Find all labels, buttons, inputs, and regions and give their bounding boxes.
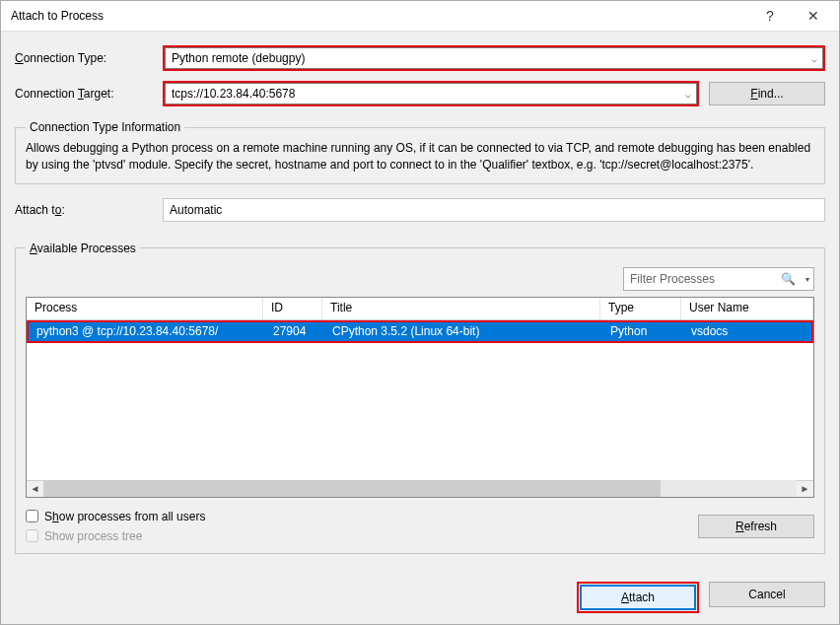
- process-grid[interactable]: Process ID Title Type User Name python3 …: [26, 297, 814, 498]
- scroll-right-icon[interactable]: ►: [797, 483, 813, 494]
- window-title: Attach to Process: [11, 9, 748, 23]
- search-icon: 🔍: [781, 272, 796, 286]
- horizontal-scrollbar[interactable]: ◄ ►: [27, 480, 813, 497]
- cell-title: CPython 3.5.2 (Linux 64-bit): [324, 322, 602, 341]
- info-legend: Connection Type Information: [26, 120, 184, 134]
- cancel-button[interactable]: Cancel: [709, 582, 825, 607]
- cell-id: 27904: [265, 322, 324, 341]
- filter-placeholder: Filter Processes: [630, 272, 715, 286]
- filter-processes-input[interactable]: Filter Processes 🔍 ▾: [623, 267, 814, 291]
- attach-button[interactable]: Attach: [580, 585, 696, 610]
- chevron-down-icon: ⌵: [685, 89, 691, 100]
- connection-target-label: Connection Target:: [15, 87, 163, 101]
- col-id[interactable]: ID: [263, 298, 322, 319]
- scroll-left-icon[interactable]: ◄: [27, 483, 43, 494]
- dialog-footer: Attach Cancel: [1, 568, 839, 625]
- close-button[interactable]: ✕: [792, 1, 835, 31]
- available-processes-group: Available Processes Filter Processes 🔍 ▾…: [15, 242, 825, 554]
- show-all-users-checkbox[interactable]: Show processes from all users: [26, 510, 205, 523]
- cell-type: Python: [602, 322, 683, 341]
- grid-header: Process ID Title Type User Name: [27, 298, 813, 320]
- attach-to-process-dialog: Attach to Process ? ✕ Connection Type: P…: [0, 0, 840, 625]
- col-title[interactable]: Title: [322, 298, 600, 319]
- help-button[interactable]: ?: [748, 1, 792, 31]
- titlebar: Attach to Process ? ✕: [1, 1, 839, 32]
- available-processes-legend: Available Processes: [26, 242, 140, 255]
- connection-type-info-group: Connection Type Information Allows debug…: [15, 120, 825, 184]
- connection-type-select[interactable]: Python remote (debugpy) ⌵: [165, 47, 823, 69]
- find-button[interactable]: Find...: [709, 82, 825, 105]
- attach-to-display: Automatic: [163, 198, 825, 222]
- connection-type-value: Python remote (debugpy): [172, 51, 305, 65]
- refresh-button[interactable]: Refresh: [698, 515, 814, 538]
- attach-to-label: Attach to:: [15, 203, 163, 217]
- connection-type-label: Connection Type:: [15, 51, 163, 65]
- cell-user: vsdocs: [683, 322, 811, 341]
- show-process-tree-checkbox: Show process tree: [26, 529, 205, 543]
- connection-target-value: tcps://10.23.84.40:5678: [172, 87, 295, 101]
- info-text: Allows debugging a Python process on a r…: [26, 140, 814, 174]
- chevron-down-icon: ▾: [805, 274, 809, 283]
- cell-process: python3 @ tcp://10.23.84.40:5678/: [29, 322, 265, 341]
- col-type[interactable]: Type: [600, 298, 681, 319]
- col-user[interactable]: User Name: [681, 298, 813, 319]
- col-process[interactable]: Process: [27, 298, 263, 319]
- chevron-down-icon: ⌵: [811, 53, 817, 64]
- table-row[interactable]: python3 @ tcp://10.23.84.40:5678/ 27904 …: [29, 322, 811, 341]
- scroll-thumb[interactable]: [43, 480, 661, 497]
- connection-target-input[interactable]: tcps://10.23.84.40:5678 ⌵: [165, 83, 697, 104]
